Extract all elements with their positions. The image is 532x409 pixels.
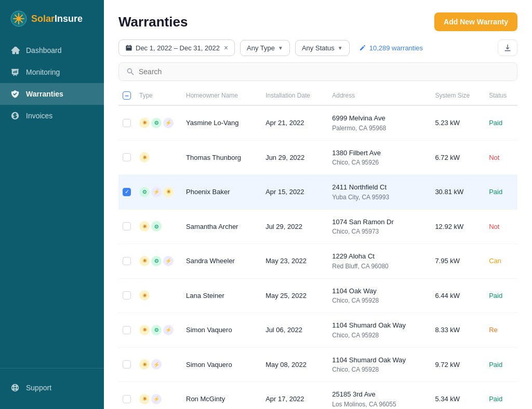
status-badge: Paid	[485, 105, 517, 140]
system-size: 12.92 kW	[431, 209, 485, 244]
col-address: Address	[328, 86, 431, 105]
page-title: Warranties	[118, 14, 188, 30]
address: 2411 Northfield CtYuba City, CA 95993	[328, 175, 431, 210]
search-input[interactable]	[139, 67, 510, 76]
table-row: ☀⚡Simon VaqueroMay 08, 20221104 Shumard …	[118, 347, 517, 382]
homeowner-name: Sandra Wheeler	[182, 244, 261, 279]
sidebar-item-dashboard[interactable]: Dashboard	[0, 39, 104, 61]
monitor-badge: ⊙	[151, 325, 162, 335]
row-checkbox[interactable]	[123, 153, 131, 161]
lightning-badge: ⚡	[151, 187, 162, 197]
logo: SolarInsure	[0, 0, 104, 35]
type-icons: ☀⊙	[139, 221, 178, 231]
sidebar-item-invoices[interactable]: Invoices	[0, 105, 104, 127]
monitor-badge: ⊙	[151, 256, 162, 266]
date-range-filter[interactable]: Dec 1, 2022 – Dec 31, 2022 ×	[118, 39, 235, 56]
system-size: 9.72 kW	[431, 347, 485, 382]
status-badge: Paid	[485, 347, 517, 382]
dollar-icon	[10, 111, 20, 120]
row-checkbox[interactable]	[123, 222, 131, 230]
homeowner-name: Samantha Archer	[182, 209, 261, 244]
sidebar-item-monitoring[interactable]: Monitoring	[0, 61, 104, 83]
type-filter[interactable]: Any Type ▼	[240, 40, 290, 56]
add-warranty-button[interactable]: Add New Warranty	[434, 12, 517, 31]
lightning-badge: ⚡	[163, 118, 174, 128]
address: 1104 Shumard Oak WayChico, CA 95928	[328, 313, 431, 348]
row-checkbox[interactable]	[123, 119, 131, 127]
col-system-size: System Size	[431, 86, 485, 105]
install-date: Jul 06, 2022	[261, 313, 328, 348]
type-filter-label: Any Type	[247, 44, 275, 52]
homeowner-name: Simon Vaquero	[182, 313, 261, 348]
row-checkbox[interactable]	[123, 395, 131, 403]
type-icons: ☀⊙⚡	[139, 118, 178, 128]
homeowner-name: Simon Vaquero	[182, 347, 261, 382]
chevron-down-icon: ▼	[278, 45, 283, 51]
date-range-label: Dec 1, 2022 – Dec 31, 2022	[136, 44, 220, 52]
address: 1104 Oak WayChico, CA 95928	[328, 278, 431, 313]
install-date: May 23, 2022	[261, 244, 328, 279]
solar-badge: ☀	[139, 152, 150, 162]
solar-badge: ☀	[139, 290, 150, 301]
sidebar-nav: Dashboard Monitoring Warranties Invoices	[0, 35, 104, 368]
sidebar-item-label: Invoices	[26, 112, 52, 120]
address: 25185 3rd AveLos Molinos, CA 96055	[328, 382, 431, 410]
status-badge: Can	[485, 244, 517, 279]
sidebar: SolarInsure Dashboard Monitoring Warrant…	[0, 0, 104, 409]
search-row	[104, 62, 532, 86]
monitor-badge: ⊙	[151, 221, 162, 231]
main-content: Warranties Add New Warranty Dec 1, 2022 …	[104, 0, 532, 409]
table-row: ✓⊙⚡☀Phoenix BakerApr 15, 20222411 Northf…	[118, 175, 517, 210]
sidebar-item-support[interactable]: Support	[0, 377, 104, 399]
system-size: 6.44 kW	[431, 278, 485, 313]
row-checkbox[interactable]	[123, 291, 131, 299]
export-button[interactable]	[498, 39, 517, 56]
monitoring-icon	[10, 67, 20, 77]
row-checkbox[interactable]	[123, 326, 131, 334]
row-checkbox[interactable]	[123, 360, 131, 369]
monitor-badge: ⊙	[139, 187, 150, 197]
homeowner-name: Phoenix Baker	[182, 175, 261, 210]
solar-badge: ☀	[139, 325, 150, 335]
table-row: ☀⊙⚡Yasmine Lo-VangApr 21, 20226999 Melvi…	[118, 105, 517, 140]
home-icon	[10, 46, 20, 55]
homeowner-name: Lana Steiner	[182, 278, 261, 313]
calendar-icon	[125, 44, 132, 51]
homeowner-name: Thomas Thunborg	[182, 140, 261, 175]
table-row: ☀Thomas ThunborgJun 29, 20221380 Filbert…	[118, 140, 517, 175]
type-icons: ☀⚡	[139, 394, 178, 404]
install-date: Apr 15, 2022	[261, 175, 328, 210]
warranties-table: − Type Homeowner Name Installation Date …	[118, 86, 517, 409]
solar-badge: ☀	[139, 221, 150, 231]
solar-badge: ☀	[139, 118, 150, 128]
table-header-row: − Type Homeowner Name Installation Date …	[118, 86, 517, 105]
sidebar-item-label: Dashboard	[26, 46, 62, 54]
sidebar-item-warranties[interactable]: Warranties	[0, 83, 104, 105]
status-filter[interactable]: Any Status ▼	[295, 40, 350, 56]
homeowner-name: Yasmine Lo-Vang	[182, 105, 261, 140]
row-checkbox[interactable]: ✓	[123, 188, 131, 196]
support-icon	[10, 383, 20, 392]
table-row: ☀⊙Samantha ArcherJul 29, 20221074 San Ra…	[118, 209, 517, 244]
search-box	[118, 62, 517, 81]
table-row: ☀⊙⚡Simon VaqueroJul 06, 20221104 Shumard…	[118, 313, 517, 348]
count-label: 10,289 warranties	[369, 44, 423, 52]
address: 6999 Melvina AvePalermo, CA 95968	[328, 105, 431, 140]
download-icon	[503, 44, 512, 52]
solar-badge: ☀	[163, 187, 174, 197]
status-filter-label: Any Status	[302, 44, 335, 52]
select-all-checkbox[interactable]: −	[123, 91, 131, 100]
solar-badge: ☀	[139, 359, 150, 370]
solar-badge: ☀	[139, 394, 150, 404]
type-icons: ☀⚡	[139, 359, 178, 370]
select-all-cell: −	[118, 86, 135, 105]
date-filter-close[interactable]: ×	[224, 44, 228, 52]
type-icons: ☀⊙⚡	[139, 325, 178, 335]
install-date: Jun 29, 2022	[261, 140, 328, 175]
system-size: 8.33 kW	[431, 313, 485, 348]
type-icons: ⊙⚡☀	[139, 187, 178, 197]
warranty-count: 10,289 warranties	[355, 42, 427, 54]
status-badge: Paid	[485, 278, 517, 313]
address: 1380 Filbert AveChico, CA 95926	[328, 140, 431, 175]
row-checkbox[interactable]	[123, 257, 131, 265]
